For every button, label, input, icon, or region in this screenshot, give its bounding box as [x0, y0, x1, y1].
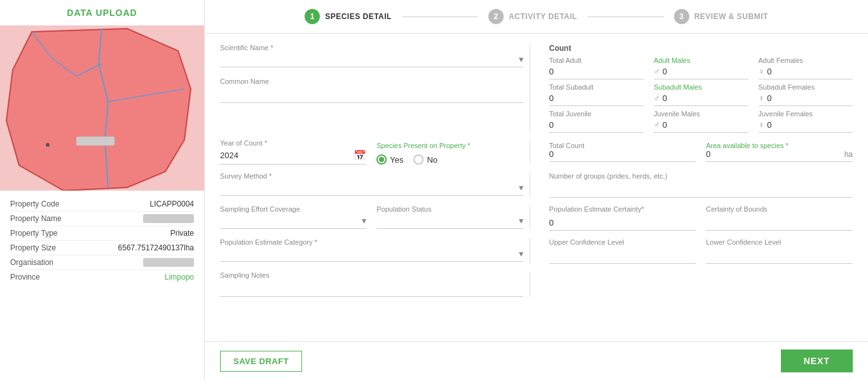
main-content: 1 SPECIES DETAIL 2 ACTIVITY DETAIL 3 REV…: [205, 0, 868, 380]
step-2: 2 ACTIVITY DETAIL: [488, 9, 577, 24]
sampling-effort-label: Sampling Effort Coverage: [220, 205, 366, 213]
total-subadult-field: Total Subadult: [549, 83, 644, 106]
subadult-females-input[interactable]: [767, 93, 805, 103]
certainty-of-bounds-field: Certainty of Bounds: [706, 205, 853, 231]
certainty-of-bounds-input[interactable]: [706, 215, 853, 231]
property-code-value: LICAPP0004: [150, 200, 194, 208]
sampling-notes-input[interactable]: [220, 282, 523, 297]
step-3-label: REVIEW & SUBMIT: [694, 12, 768, 21]
common-name-label: Common Name: [220, 78, 523, 85]
survey-method-select[interactable]: [220, 183, 519, 193]
save-draft-button[interactable]: SAVE DRAFT: [220, 351, 302, 372]
survey-method-arrow-icon: ▾: [519, 182, 523, 193]
confidence-levels-row: Upper Confidence Level Lower Confidence …: [549, 238, 853, 264]
scientific-name-select[interactable]: [220, 55, 519, 64]
sampling-effort-select[interactable]: [220, 216, 362, 226]
next-button[interactable]: NEXT: [781, 349, 853, 372]
juvenile-females-label: Juvenile Females: [759, 110, 853, 118]
step-line-1: [402, 17, 478, 17]
population-estimate-arrow-icon: ▾: [519, 248, 523, 259]
juvenile-females-input[interactable]: [767, 120, 805, 130]
population-estimate-category-group: Population Estimate Category * ▾: [220, 238, 523, 262]
survey-method-group: Survey Method * ▾: [220, 172, 523, 196]
count-header: Count: [549, 44, 853, 53]
adult-count-row: Total Adult Adult Males ♂ Adult Fema: [549, 57, 853, 79]
subadult-male-icon: ♂: [654, 93, 660, 103]
upper-confidence-label: Upper Confidence Level: [549, 238, 696, 246]
property-name-row: Property Name: [10, 212, 194, 226]
sampling-notes-group: Sampling Notes: [220, 271, 523, 297]
survey-method-label: Survey Method *: [220, 172, 523, 180]
total-juvenile-label: Total Juvenile: [549, 110, 644, 118]
year-of-count-input[interactable]: [220, 151, 354, 160]
property-info: Property Code LICAPP0004 Property Name P…: [0, 191, 204, 290]
certainty-of-bounds-label: Certainty of Bounds: [706, 205, 853, 213]
total-subadult-input[interactable]: [549, 93, 588, 103]
property-name-label: Property Name: [10, 214, 62, 223]
province-label: Province: [10, 273, 40, 282]
population-status-label: Population Status: [376, 205, 523, 213]
common-name-group: Common Name: [220, 78, 523, 103]
total-adult-input[interactable]: [549, 67, 588, 76]
pop-estimate-certainty-input[interactable]: [549, 215, 696, 231]
radio-yes[interactable]: Yes: [376, 154, 403, 165]
scientific-name-group: Scientific Name * ▾: [220, 44, 523, 67]
property-size-value: 6567.75172490137lha: [118, 243, 194, 252]
common-name-input[interactable]: [220, 88, 523, 103]
population-estimate-category-dropdown[interactable]: ▾: [220, 248, 523, 262]
lower-confidence-input[interactable]: [706, 248, 853, 264]
adult-females-input[interactable]: [767, 67, 805, 76]
property-size-label: Property Size: [10, 243, 56, 252]
organisation-value: [143, 258, 194, 267]
scientific-name-dropdown[interactable]: ▾: [220, 54, 523, 67]
step-3-circle: 3: [674, 9, 689, 24]
groups-input[interactable]: [549, 182, 853, 198]
province-row: Province Limpopo: [10, 270, 194, 284]
juvenile-males-input[interactable]: [663, 120, 701, 130]
sampling-effort-arrow-icon: ▾: [362, 215, 366, 226]
total-juvenile-input[interactable]: [549, 120, 588, 130]
adult-males-field: Adult Males ♂: [654, 57, 748, 79]
organisation-row: Organisation: [10, 255, 194, 270]
total-count-field: Total Count: [549, 142, 696, 162]
form-footer: SAVE DRAFT NEXT: [205, 341, 868, 380]
property-type-value: Private: [170, 229, 194, 238]
radio-no[interactable]: No: [413, 154, 437, 165]
scientific-name-arrow-icon: ▾: [519, 54, 523, 64]
svg-point-3: [46, 143, 50, 147]
calendar-icon[interactable]: 📅: [354, 149, 366, 161]
radio-yes-dot[interactable]: [376, 154, 387, 165]
upper-confidence-field: Upper Confidence Level: [549, 238, 696, 264]
year-of-count-label: Year of Count *: [220, 139, 366, 147]
subadult-males-input[interactable]: [663, 93, 701, 103]
area-available-input[interactable]: [706, 149, 823, 159]
groups-field: Number of groups (prides, herds, etc.): [549, 172, 853, 198]
step-1-circle: 1: [305, 9, 320, 24]
female-icon: ♀: [759, 67, 765, 76]
total-juvenile-field: Total Juvenile: [549, 110, 644, 133]
property-type-label: Property Type: [10, 229, 57, 238]
survey-method-dropdown[interactable]: ▾: [220, 182, 523, 196]
population-estimate-category-select[interactable]: [220, 249, 519, 259]
map-area: [0, 25, 204, 191]
subadult-count-row: Total Subadult Subadult Males ♂ Suba: [549, 83, 853, 106]
svg-marker-1: [6, 29, 191, 191]
population-status-group: Population Status ▾: [376, 205, 523, 229]
sampling-effort-dropdown[interactable]: ▾: [220, 215, 366, 229]
species-present-radio-group: Yes No: [376, 154, 523, 165]
adult-females-label: Adult Females: [759, 57, 853, 64]
juvenile-female-icon: ♀: [759, 120, 765, 130]
sampling-notes-label: Sampling Notes: [220, 271, 523, 279]
pop-estimate-certainty-label: Population Estimate Certainty*: [549, 205, 696, 213]
subadult-females-field: Subadult Females ♀: [759, 83, 853, 106]
population-status-dropdown[interactable]: ▾: [376, 215, 523, 229]
total-count-input[interactable]: [549, 149, 696, 159]
organisation-label: Organisation: [10, 258, 53, 267]
upper-confidence-input[interactable]: [549, 248, 696, 264]
stepper: 1 SPECIES DETAIL 2 ACTIVITY DETAIL 3 REV…: [205, 0, 868, 34]
radio-no-dot[interactable]: [413, 154, 424, 165]
subadult-males-field: Subadult Males ♂: [654, 83, 748, 106]
adult-males-input[interactable]: [663, 67, 701, 76]
male-icon: ♂: [654, 67, 660, 76]
population-status-select[interactable]: [376, 216, 518, 226]
